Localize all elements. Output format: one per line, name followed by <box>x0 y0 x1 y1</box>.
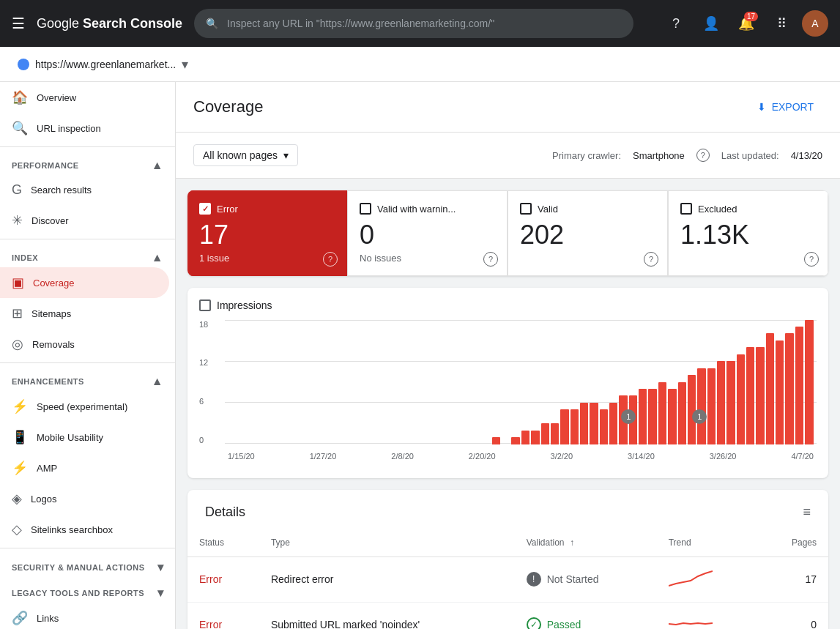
sidebar-item-sitelinks[interactable]: ◇ Sitelinks searchbox <box>0 514 169 545</box>
accounts-button[interactable]: 👤 <box>696 9 726 38</box>
filter-bar: All known pages ▾ Primary crawler: Smart… <box>176 133 840 179</box>
crawler-help-icon[interactable]: ? <box>696 149 710 162</box>
valid-checkbox[interactable] <box>520 203 532 215</box>
index-arrow-icon: ▲ <box>152 251 163 264</box>
apps-button[interactable]: ⠿ <box>767 9 796 38</box>
chart-bar <box>570 409 579 444</box>
filter-icon[interactable]: ≡ <box>803 505 811 520</box>
legacy-arrow-icon: ▾ <box>157 586 164 600</box>
sidebar-item-logos[interactable]: ◈ Logos <box>0 483 169 514</box>
notifications-button[interactable]: 🔔 17 <box>732 9 761 38</box>
col-type: Type <box>259 529 515 557</box>
filter-arrow-icon: ▾ <box>283 149 289 161</box>
sidebar-item-links[interactable]: 🔗 Links <box>0 603 169 629</box>
error-help-icon[interactable]: ? <box>323 252 338 267</box>
table-row[interactable]: Error Redirect error ! Not Started <box>187 557 828 602</box>
search-input[interactable] <box>227 18 622 29</box>
help-button[interactable]: ? <box>661 9 691 38</box>
sidebar-item-speed[interactable]: ⚡ Speed (experimental) <box>0 391 169 422</box>
chart-bar <box>785 333 793 444</box>
app-logo: Google Search Console <box>37 16 182 31</box>
logos-icon: ◈ <box>12 491 22 507</box>
search-bar[interactable]: 🔍 <box>194 9 633 38</box>
validation-sort-icon[interactable]: ↑ <box>570 537 574 548</box>
export-button[interactable]: ⬇ EXPORT <box>748 97 822 117</box>
security-arrow-icon: ▾ <box>157 560 164 574</box>
y-label-6: 6 <box>199 397 221 406</box>
error-card[interactable]: Error 17 1 issue ? <box>187 190 347 276</box>
error-checkbox[interactable] <box>199 203 211 215</box>
chart-bar <box>590 403 598 444</box>
sidebar-section-legacy[interactable]: Legacy tools and reports ▾ <box>0 577 175 603</box>
col-validation: Validation ↑ <box>515 529 657 557</box>
excluded-help-icon[interactable]: ? <box>804 252 819 267</box>
sidebar-item-url-inspection[interactable]: 🔍 URL inspection <box>0 113 169 144</box>
sitemaps-icon: ⊞ <box>12 305 23 321</box>
sidebar-discover-label: Discover <box>31 215 69 226</box>
trend-line-2 <box>669 613 713 629</box>
site-selector[interactable]: https://www.greenlanemarket... ▾ <box>12 52 194 77</box>
chart-bar <box>766 333 774 444</box>
sitelinks-icon: ◇ <box>12 521 22 537</box>
excluded-card[interactable]: Excluded 1.13K ? <box>668 190 828 276</box>
row2-status: Error <box>199 619 222 629</box>
valid-warning-help-icon[interactable]: ? <box>483 252 498 267</box>
y-label-18: 18 <box>199 320 221 329</box>
chart-bar <box>805 320 813 444</box>
site-url: https://www.greenlanemarket... <box>35 59 176 70</box>
sidebar-section-security[interactable]: Security & Manual Actions ▾ <box>0 551 175 577</box>
sidebar-item-sitemaps[interactable]: ⊞ Sitemaps <box>0 298 169 329</box>
enhancements-section-label: Enhancements <box>12 377 84 386</box>
chart-bar <box>551 423 559 444</box>
valid-help-icon[interactable]: ? <box>644 252 658 267</box>
sidebar-item-overview[interactable]: 🏠 Overview <box>0 82 169 113</box>
chart-section: Impressions 18 12 6 0 1 <box>187 288 828 478</box>
valid-warning-card[interactable]: Valid with warnin... 0 No issues ? <box>347 190 508 276</box>
x-label-6: 3/14/20 <box>628 452 655 461</box>
table-row[interactable]: Error Submitted URL marked 'noindex' ✓ P… <box>187 602 828 629</box>
index-section-label: Index <box>12 253 38 262</box>
chart-bar <box>776 340 784 444</box>
valid-card[interactable]: Valid 202 ? <box>508 190 668 276</box>
sidebar-item-search-results[interactable]: G Search results <box>0 175 169 205</box>
sidebar-section-enhancements[interactable]: Enhancements ▲ <box>0 366 175 391</box>
table-header-row: Status Type Validation ↑ Trend Pages <box>187 529 828 557</box>
error-label: Error <box>217 204 238 215</box>
sidebar-divider-4 <box>0 548 175 548</box>
menu-icon[interactable]: ☰ <box>12 15 25 32</box>
excluded-count: 1.13K <box>680 220 816 250</box>
sidebar-item-removals[interactable]: ◎ Removals <box>0 329 169 360</box>
sidebar-sitelinks-label: Sitelinks searchbox <box>31 524 113 535</box>
sidebar-amp-label: AMP <box>37 463 57 474</box>
sidebar-divider-2 <box>0 239 175 239</box>
impressions-checkbox[interactable] <box>199 299 211 311</box>
row1-status: Error <box>199 573 222 585</box>
sidebar-section-performance[interactable]: Performance ▲ <box>0 150 175 175</box>
row2-validation-cell: ✓ Passed <box>527 617 645 629</box>
impressions-toggle[interactable]: Impressions <box>199 299 817 311</box>
valid-warning-subtitle: No issues <box>360 253 495 264</box>
chart-area: 18 12 6 0 1 1 1/15/2 <box>199 320 817 466</box>
search-icon: 🔍 <box>206 18 218 29</box>
excluded-checkbox[interactable] <box>680 203 692 215</box>
x-label-8: 4/7/20 <box>791 452 814 461</box>
sidebar-item-coverage[interactable]: ▣ Coverage <box>0 267 169 298</box>
filter-label: All known pages <box>203 149 278 161</box>
chart-x-labels: 1/15/20 1/27/20 2/8/20 2/20/20 3/2/20 3/… <box>225 446 817 466</box>
chart-event-dot-2[interactable]: 1 <box>692 409 707 424</box>
sidebar-item-discover[interactable]: ✳ Discover <box>0 205 169 236</box>
sidebar-item-mobile[interactable]: 📱 Mobile Usability <box>0 422 169 453</box>
row1-type: Redirect error <box>259 557 515 602</box>
x-label-4: 2/20/20 <box>469 452 496 461</box>
chart-y-labels: 18 12 6 0 <box>199 320 221 444</box>
valid-warning-checkbox[interactable] <box>360 203 371 215</box>
sidebar-section-index[interactable]: Index ▲ <box>0 242 175 267</box>
chart-bar <box>609 403 617 444</box>
svg-point-0 <box>20 61 27 68</box>
avatar[interactable]: A <box>802 10 828 37</box>
chart-event-dot-1[interactable]: 1 <box>621 409 636 424</box>
row2-type: Submitted URL marked 'noindex' <box>259 602 515 629</box>
pages-filter-dropdown[interactable]: All known pages ▾ <box>193 144 298 166</box>
removals-icon: ◎ <box>12 336 23 352</box>
sidebar-item-amp[interactable]: ⚡ AMP <box>0 453 169 483</box>
